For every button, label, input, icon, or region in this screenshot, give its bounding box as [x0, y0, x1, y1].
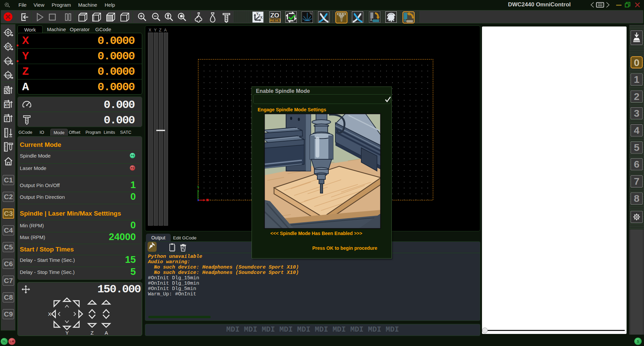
- svg-text:XY: XY: [6, 45, 10, 49]
- svg-text:XY: XY: [5, 103, 9, 107]
- svg-text:A: A: [105, 330, 108, 336]
- svg-text:X: X: [48, 311, 51, 317]
- svg-text:G30: G30: [5, 74, 11, 77]
- svg-text:ZO: ZO: [270, 12, 279, 19]
- svg-text:Z: Z: [6, 117, 8, 121]
- svg-text:X: X: [260, 16, 263, 19]
- svg-text:RESET: RESET: [270, 18, 281, 22]
- svg-text:G28: G28: [5, 60, 11, 63]
- svg-text:Z: Z: [91, 330, 94, 336]
- svg-text:Y: Y: [65, 330, 69, 336]
